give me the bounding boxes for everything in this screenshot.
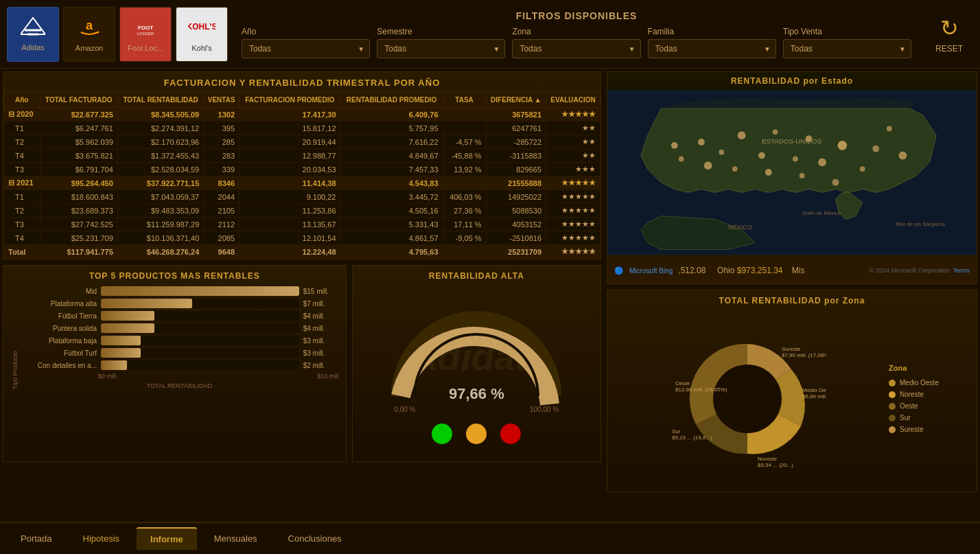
legend-label-sureste: Sureste [900,426,923,433]
table-row: ⊟ 2020 $22.677.325 $8.345.505,09 1302 17… [4,108,600,122]
table-row: T1 $6.247.761 $2.274.391,12 395 15.817,1… [4,122,600,135]
bar-value: $7 mill. [303,300,338,308]
svg-point-21 [818,158,826,166]
svg-text:Sureste: Sureste [782,346,801,352]
amazon-icon: a [75,16,103,41]
tab-hipotesis[interactable]: Hipotesis [69,528,133,549]
svg-text:Noreste: Noreste [758,456,778,462]
tab-informe[interactable]: Informe [137,527,197,550]
cell-eval: ★★★★★ [546,231,600,245]
cell-rent-prom: 7.457,33 [340,163,443,176]
cell-fact-prom: 20.034,53 [240,163,340,176]
bar-row: Plataforma baja $3 mill. [21,336,338,345]
legend-label-oeste: Oeste [900,402,918,410]
svg-text:Mar de los Sargazos: Mar de los Sargazos [896,221,946,227]
legend-medio-oeste: Medio Oeste [889,379,971,386]
cell-facturado: $117.941.775 [40,245,117,259]
brand-adidas[interactable]: Adidas [7,7,59,62]
bar-track [101,286,299,296]
bar-value: $3 mill. [303,349,338,357]
cell-year: T4 [4,231,40,245]
cell-diferencia: 5088530 [486,204,546,218]
svg-text:a: a [86,19,93,32]
bars-container: Mid $15 mill. Plataforma alta $7 mill. F… [19,286,340,389]
bar-track [101,348,299,358]
cell-facturado: $18.600.843 [40,190,117,204]
svg-point-34 [671,142,678,149]
map-container: ESTADOS-UNIDOS MÉXICO Golfo de México Ma… [607,90,977,255]
brand-footlocker[interactable]: FOOT LOCKER Foot Loc... [119,7,172,62]
filter-year-wrapper[interactable]: Todas [242,39,370,58]
cell-facturado: $3.675.821 [40,149,117,163]
filter-zone-label: Zona [512,27,640,36]
svg-text:ESTADOS-UNIDOS: ESTADOS-UNIDOS [762,137,822,145]
gauge-dot-green [432,424,452,444]
cell-ventas: 2044 [204,190,240,204]
gauge-value: 97,66 % [449,385,504,403]
reset-button[interactable]: ↻ RESET [925,15,973,54]
cell-tasa [443,245,486,259]
filter-zone-wrapper[interactable]: Todas [512,39,640,58]
filter-saletype-wrapper[interactable]: Todas [783,39,911,58]
cell-ventas: 285 [204,135,240,149]
brand-kohls[interactable]: KOHL'S Kohl's [176,7,228,62]
cell-year: T3 [4,163,40,176]
bar-chart: Mid $15 mill. Plataforma alta $7 mill. F… [19,286,340,370]
cell-fact-prom: 13.135,67 [240,218,340,231]
filter-saletype-select[interactable]: Todas [783,39,911,58]
svg-point-39 [713,365,782,433]
filters-title: FILTROS DISPONIBLES [242,10,911,21]
table-row: T2 $23.689.373 $9.483.353,09 2105 11.253… [4,204,600,218]
cell-rent: $2.528.034,59 [117,163,203,176]
tab-mensuales[interactable]: Mensuales [200,528,271,549]
cell-rent-prom: 4.505,16 [340,204,443,218]
bar-value: $15 mill. [303,288,338,295]
svg-point-29 [800,173,805,178]
table-section: FACTURACION Y RENTABILIDAD TRIMESTRAL PO… [3,71,601,259]
cell-diferencia: 829665 [486,163,546,176]
svg-point-20 [860,166,865,172]
cell-year[interactable]: ⊟ 2021 [4,176,40,190]
cell-diferencia: 6247761 [486,122,546,135]
filter-family-select[interactable]: Todas [648,39,776,58]
filter-family-wrapper[interactable]: Todas [648,39,776,58]
cell-tasa: -9,05 % [443,231,486,245]
brand-amazon[interactable]: a Amazon [63,7,115,62]
cell-fact-prom: 12.224,48 [240,245,340,259]
cell-eval: ★★★★★ [546,108,600,122]
cell-diferencia: -2510816 [486,231,546,245]
cell-tasa: 17,11 % [443,218,486,231]
legend-label-sur: Sur [900,414,911,422]
gauge-title: RENTABILIDAD ALTA [429,271,524,281]
map-terms[interactable]: Terms [953,267,970,274]
tab-conclusiones[interactable]: Conclusiones [275,528,355,549]
bar-row: Con detalles en a... $2 mill. [21,360,338,370]
gauge-section: RENTABILIDAD ALTA adidas 97,66 % 0,00 % [352,265,601,462]
bar-track [101,299,299,308]
cell-rent: $1.372.455,43 [117,149,203,163]
cell-year[interactable]: ⊟ 2020 [4,108,40,122]
cell-fact-prom: 12.988,77 [240,149,340,163]
kohls-label: Kohl's [191,44,212,52]
svg-marker-11 [641,108,936,192]
legend-sur: Sur [889,414,971,422]
svg-text:MÉXICO: MÉXICO [728,224,752,231]
adidas-icon [21,16,45,41]
legend-dot-medio-oeste [889,380,896,386]
cell-year: T2 [4,135,40,149]
bar-value: $4 mill. [303,325,338,332]
filter-semester-wrapper[interactable]: Todas [377,39,505,58]
bar-fill [101,360,127,370]
gauge-wrapper: 97,66 % 0,00 % 100,00 % [380,293,572,417]
filter-semester-select[interactable]: Todas [377,39,505,58]
svg-text:$12,98 mill. (28,05%): $12,98 mill. (28,05%) [675,386,727,393]
cell-diferencia: 4053152 [486,218,546,231]
tab-portada[interactable]: Portada [7,528,66,549]
filter-year-select[interactable]: Todas [242,39,370,58]
state-scroll: ,512.08 Ohio $973,251.34 Mis [678,266,869,275]
cell-eval: ★★★★★ [546,190,600,204]
gauge-min: 0,00 % [394,406,415,413]
filter-zone-select[interactable]: Todas [512,39,640,58]
donut-svg: Sureste $7,90 mill. (17,08%) Medio Oeste… [668,327,826,471]
cell-fact-prom: 9.100,22 [240,190,340,204]
